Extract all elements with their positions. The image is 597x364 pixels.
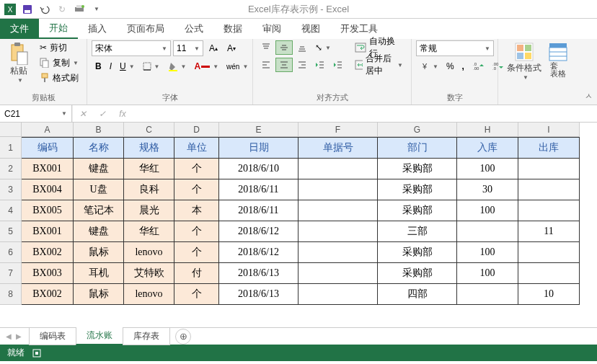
data-cell[interactable] [518, 200, 580, 221]
data-cell[interactable] [298, 263, 378, 284]
data-cell[interactable]: 2018/6/13 [219, 263, 298, 284]
row-header[interactable]: 7 [0, 263, 22, 284]
data-cell[interactable]: 个 [174, 221, 219, 242]
data-cell[interactable]: 2018/6/12 [219, 221, 298, 242]
data-cell[interactable]: 100 [457, 263, 518, 284]
data-cell[interactable]: 个 [174, 284, 219, 305]
select-all-corner[interactable] [0, 123, 22, 137]
increase-font-icon[interactable]: A▴ [205, 41, 221, 56]
data-cell[interactable]: 耳机 [74, 263, 124, 284]
increase-indent-icon[interactable] [330, 58, 347, 72]
increase-decimal-icon[interactable]: .0.00 [469, 59, 487, 74]
col-header[interactable]: G [378, 123, 457, 137]
decrease-font-icon[interactable]: A▾ [224, 41, 239, 56]
decrease-indent-icon[interactable] [311, 58, 329, 72]
sheet-nav-prev-icon[interactable]: ◀ [6, 332, 12, 340]
data-cell[interactable]: 100 [457, 242, 518, 263]
data-cell[interactable]: BX004 [22, 179, 74, 200]
data-cell[interactable]: 四部 [378, 284, 457, 305]
col-header[interactable]: A [22, 123, 74, 137]
comma-format-icon[interactable]: , [459, 59, 468, 74]
data-cell[interactable]: 艾特欧 [124, 263, 174, 284]
data-cell[interactable]: BX002 [22, 284, 74, 305]
data-cell[interactable]: 笔记本 [74, 200, 124, 221]
align-bottom-icon[interactable] [293, 40, 311, 55]
align-middle-icon[interactable] [275, 40, 293, 55]
data-cell[interactable]: 10 [518, 284, 580, 305]
data-cell[interactable]: 三部 [378, 221, 457, 242]
data-cell[interactable]: 晨光 [124, 200, 174, 221]
font-color-button[interactable]: A▼ [190, 59, 222, 74]
data-cell[interactable]: 良科 [124, 179, 174, 200]
row-header[interactable]: 3 [0, 179, 22, 200]
data-cell[interactable] [298, 284, 378, 305]
data-cell[interactable]: 采购部 [378, 159, 457, 179]
phonetic-button[interactable]: wén▼ [223, 59, 252, 74]
align-center-icon[interactable] [275, 58, 293, 72]
header-cell[interactable]: 部门 [378, 137, 457, 159]
excel-icon[interactable]: X [3, 2, 17, 17]
data-cell[interactable] [298, 221, 378, 242]
paste-button[interactable]: 粘贴 ▼ [4, 40, 33, 85]
header-cell[interactable]: 名称 [74, 137, 124, 159]
data-cell[interactable]: 2018/6/11 [219, 179, 298, 200]
data-cell[interactable]: 30 [457, 179, 518, 200]
data-cell[interactable]: BX002 [22, 242, 74, 263]
merge-center-button[interactable]: 合并后居中▼ [351, 58, 407, 72]
align-top-icon[interactable] [257, 40, 275, 55]
data-cell[interactable]: 采购部 [378, 179, 457, 200]
macro-record-icon[interactable] [32, 348, 42, 358]
conditional-format-button[interactable]: 条件格式▼ [503, 40, 546, 82]
data-cell[interactable]: 华红 [124, 159, 174, 179]
sheet-nav-next-icon[interactable]: ▶ [16, 332, 22, 340]
col-header[interactable]: E [219, 123, 298, 137]
data-cell[interactable]: 键盘 [74, 159, 124, 179]
data-cell[interactable]: 采购部 [378, 242, 457, 263]
data-cell[interactable]: BX001 [22, 159, 74, 179]
data-cell[interactable]: 键盘 [74, 221, 124, 242]
font-name-select[interactable]: 宋体▼ [92, 40, 171, 56]
data-cell[interactable]: U盘 [74, 179, 124, 200]
save-icon[interactable] [20, 2, 35, 17]
data-cell[interactable]: 个 [174, 159, 219, 179]
data-cell[interactable] [298, 242, 378, 263]
col-header[interactable]: H [457, 123, 518, 137]
sheet-tab[interactable]: 流水账 [76, 327, 123, 345]
header-cell[interactable]: 规格 [124, 137, 174, 159]
data-cell[interactable]: 2018/6/13 [219, 284, 298, 305]
sheet-tab[interactable]: 编码表 [29, 328, 76, 345]
tab-2[interactable]: 页面布局 [117, 19, 174, 39]
data-cell[interactable] [457, 284, 518, 305]
align-right-icon[interactable] [293, 58, 311, 72]
data-cell[interactable]: 11 [518, 221, 580, 242]
data-cell[interactable]: 采购部 [378, 263, 457, 284]
header-cell[interactable]: 单位 [174, 137, 219, 159]
data-cell[interactable]: 2018/6/11 [219, 200, 298, 221]
add-sheet-icon[interactable]: ⊕ [175, 329, 191, 345]
data-cell[interactable]: lenovo [124, 284, 174, 305]
copy-button[interactable]: 复制▼ [36, 56, 82, 70]
accounting-format-icon[interactable]: ¥▼ [416, 59, 442, 74]
data-cell[interactable]: 2018/6/10 [219, 159, 298, 179]
data-cell[interactable] [298, 200, 378, 221]
italic-button[interactable]: I [106, 59, 115, 74]
worksheet-grid[interactable]: ABCDEFGHI 1编码名称规格单位日期单据号部门入库出库2BX001键盘华红… [0, 123, 597, 327]
data-cell[interactable]: 2018/6/12 [219, 242, 298, 263]
collapse-ribbon-icon[interactable]: ㅅ [585, 91, 593, 102]
data-cell[interactable] [518, 179, 580, 200]
data-cell[interactable]: BX003 [22, 263, 74, 284]
font-size-select[interactable]: 11▼ [173, 40, 203, 56]
number-format-select[interactable]: 常规▼ [416, 40, 494, 56]
data-cell[interactable]: BX001 [22, 221, 74, 242]
data-cell[interactable]: 鼠标 [74, 284, 124, 305]
data-cell[interactable] [518, 263, 580, 284]
col-header[interactable]: C [124, 123, 174, 137]
data-cell[interactable]: 本 [174, 200, 219, 221]
qat-customize-icon[interactable]: ▼ [89, 2, 104, 17]
data-cell[interactable]: 付 [174, 263, 219, 284]
cut-button[interactable]: ✂剪切 [36, 40, 82, 55]
fx-icon[interactable]: fx [112, 105, 133, 122]
row-header[interactable]: 6 [0, 242, 22, 263]
data-cell[interactable]: 采购部 [378, 200, 457, 221]
data-cell[interactable]: 鼠标 [74, 242, 124, 263]
